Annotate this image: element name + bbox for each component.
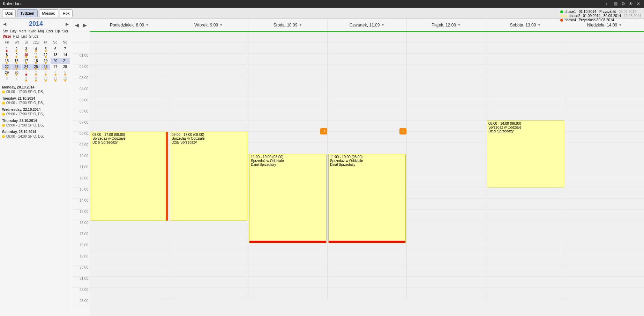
mini-cal-day-19[interactable]: 19 xyxy=(41,58,50,64)
week-day-col-3[interactable]: Czwartek, 11.09▼ xyxy=(327,19,406,31)
mini-cal-month-Grudz[interactable]: Grudz xyxy=(28,34,39,39)
mini-cal-day-10[interactable]: 10 xyxy=(41,76,50,82)
week-day-col-1[interactable]: Wtorek, 9.09▼ xyxy=(169,19,248,31)
week-header: ◀ ▶ Poniedziałek, 8.09▼Wtorek, 9.09▼Środ… xyxy=(72,19,644,31)
event-list-item[interactable]: 09:00 - 17:00 SP O, DS, xyxy=(2,112,70,116)
mini-cal-day-12[interactable]: 12 xyxy=(41,52,50,58)
mini-cal-day-9[interactable]: 9 xyxy=(12,52,21,58)
mini-cal-day-6[interactable]: 6 xyxy=(51,46,60,52)
mini-cal-month-List[interactable]: List xyxy=(21,34,28,39)
mini-cal-day-8[interactable]: 8 xyxy=(22,76,31,82)
today-button[interactable]: Dziś xyxy=(2,9,16,17)
mini-cal-day-3[interactable]: 3 xyxy=(41,70,50,76)
week-day-col-0[interactable]: Poniedziałek, 8.09▼ xyxy=(90,19,169,31)
mini-cal-day-8[interactable]: 8 xyxy=(2,52,12,58)
mini-cal-day-3[interactable]: 3 xyxy=(22,46,31,52)
mini-cal-day-24[interactable]: 24 xyxy=(22,64,31,70)
mini-cal-day-4[interactable]: 4 xyxy=(51,70,60,76)
orange-indicator[interactable]: +1 xyxy=(399,128,406,134)
week-next[interactable]: ▶ xyxy=(82,22,88,29)
mini-cal-prev[interactable]: ◀ xyxy=(2,22,7,26)
day-columns: 09:00 - 17:00 (08:00)Sprzedaż w Oddziale… xyxy=(90,31,644,316)
mini-cal-day-11[interactable]: 11 xyxy=(31,52,41,58)
mini-cal-day-5[interactable]: 5 xyxy=(41,46,50,52)
mini-cal-day-27[interactable]: 27 xyxy=(51,64,60,70)
mini-cal-day-28[interactable]: 28 xyxy=(60,64,70,70)
mini-cal-grid: 1234567891011121314151617181920212223242… xyxy=(2,45,70,82)
mini-cal-day-7[interactable]: 7 xyxy=(12,76,21,82)
mini-cal-day-1[interactable]: 1 xyxy=(22,70,31,76)
mini-cal-day-14[interactable]: 14 xyxy=(60,52,70,58)
current-time-line xyxy=(90,31,644,32)
chart-icon[interactable]: ▤ xyxy=(613,1,618,7)
mini-cal-day-17[interactable]: 17 xyxy=(22,58,31,64)
mini-cal-day-7[interactable]: 7 xyxy=(60,46,70,52)
event-day-header: Monday, 20.10.2014 xyxy=(2,85,70,89)
mini-cal-day-2[interactable]: 2 xyxy=(31,70,41,76)
mini-cal-day-10[interactable]: 10 xyxy=(22,52,31,58)
mini-cal-day-29[interactable]: 29 xyxy=(2,70,12,76)
event-day-header: Wednesday, 22.10.2014 xyxy=(2,108,70,111)
year-button[interactable]: Rok xyxy=(60,9,73,17)
event-list-item[interactable]: 08:00 - 14:00 SP O, DS, xyxy=(2,134,70,138)
event-list-item[interactable]: 09:00 - 17:00 SP O, DS, xyxy=(2,101,70,105)
toolbar: Dziś Tydzień Miesiąc Rok xyxy=(0,8,644,19)
orange-indicator[interactable]: +1 xyxy=(320,128,327,134)
mini-cal-month-Wrze[interactable]: Wrze xyxy=(2,34,12,39)
mini-cal-month-Sier[interactable]: Sier xyxy=(61,29,69,33)
mini-cal-month-Luty[interactable]: Luty xyxy=(9,29,17,33)
week-nav: ◀ ▶ xyxy=(72,19,90,31)
legend-phase2-line xyxy=(560,16,567,16)
mini-cal-month-Paź[interactable]: Paź xyxy=(13,34,20,39)
mini-cal-day-30[interactable]: 30 xyxy=(12,70,21,76)
mini-cal-day-4[interactable]: 4 xyxy=(31,46,41,52)
event-list-item[interactable]: 09:00 - 17:00 SP O, DS, xyxy=(2,123,70,127)
mini-cal-day-1[interactable]: 1 xyxy=(2,46,12,52)
mini-cal-day-20[interactable]: 20 xyxy=(51,58,60,64)
month-button[interactable]: Miesiąc xyxy=(39,9,58,17)
event-list: Monday, 20.10.201409:00 - 17:00 SP O, DS… xyxy=(0,83,72,316)
event-list-item[interactable]: 09:00 - 17:00 SP O, DS, xyxy=(2,90,70,94)
mini-cal-day-21[interactable]: 21 xyxy=(60,58,70,64)
day-col-2: 11:00 - 19:00 (08:00)Sprzedaż w Oddziale… xyxy=(248,31,327,299)
mini-cal-header: ◀ 2014 ▶ xyxy=(2,20,70,28)
mini-cal-day-12[interactable]: 12 xyxy=(60,76,70,82)
gear-icon[interactable]: ⚙ xyxy=(620,1,626,7)
week-prev[interactable]: ◀ xyxy=(74,22,80,29)
mini-cal-month-Marz[interactable]: Marz xyxy=(18,29,27,33)
mini-cal-months: StyLutyMarzKwieMajCzerLipSierWrzePaźList… xyxy=(2,29,70,39)
mini-cal-day-9[interactable]: 9 xyxy=(31,76,41,82)
mini-cal-month-Kwie[interactable]: Kwie xyxy=(28,29,37,33)
mini-cal-day-5[interactable]: 5 xyxy=(60,70,70,76)
app-title: Kalendarz xyxy=(3,1,22,6)
calendar-event-ev4[interactable]: 11:00 - 19:00 (08:00)Sprzedaż w Oddziale… xyxy=(328,154,406,243)
mini-cal-day-26[interactable]: 26 xyxy=(41,64,50,70)
mini-cal-month-Sty[interactable]: Sty xyxy=(2,29,8,33)
week-day-col-4[interactable]: Piątek, 12.09▼ xyxy=(406,19,486,31)
calendar-event-ev5[interactable]: 08:00 - 14:00 (06:00)Sprzedaż w Oddziale… xyxy=(487,121,564,187)
mini-cal-month-Czer[interactable]: Czer xyxy=(45,29,54,33)
eye-icon[interactable]: 👁 xyxy=(628,1,634,7)
week-day-col-5[interactable]: Sobota, 13.09▼ xyxy=(486,19,565,31)
mini-cal-month-Lip[interactable]: Lip xyxy=(55,29,61,33)
mini-cal-month-Maj[interactable]: Maj xyxy=(37,29,44,33)
mini-cal-day-13[interactable]: 13 xyxy=(51,52,60,58)
mini-cal-next[interactable]: ▶ xyxy=(65,22,70,26)
minimize-icon[interactable]: □ xyxy=(605,1,611,7)
day-col-1: 09:00 - 17:00 (08:00)Sprzedaż w Oddziale… xyxy=(169,31,248,299)
mini-cal-day-25[interactable]: 25 xyxy=(31,64,41,70)
week-button[interactable]: Tydzień xyxy=(17,9,37,17)
mini-cal-day-6[interactable]: 6 xyxy=(2,76,12,82)
mini-cal-day-16[interactable]: 16 xyxy=(12,58,21,64)
mini-cal-day-11[interactable]: 11 xyxy=(51,76,60,82)
calendar-event-ev2[interactable]: 09:00 - 17:00 (08:00)Sprzedaż w Oddziale… xyxy=(170,132,247,221)
week-day-col-2[interactable]: Środa, 10.09▼ xyxy=(248,19,327,31)
mini-cal-day-18[interactable]: 18 xyxy=(31,58,41,64)
mini-cal-day-15[interactable]: 15 xyxy=(2,58,12,64)
mini-cal-day-22[interactable]: 22 xyxy=(2,64,12,70)
mini-cal-day-2[interactable]: 2 xyxy=(12,46,21,52)
mini-cal-day-23[interactable]: 23 xyxy=(12,64,21,70)
calendar-event-ev1[interactable]: 09:00 - 17:00 (08:00)Sprzedaż w Oddziale… xyxy=(91,132,168,221)
calendar-event-ev3[interactable]: 11:00 - 19:00 (08:00)Sprzedaż w Oddziale… xyxy=(249,154,327,243)
close-icon[interactable]: ✕ xyxy=(636,1,641,7)
